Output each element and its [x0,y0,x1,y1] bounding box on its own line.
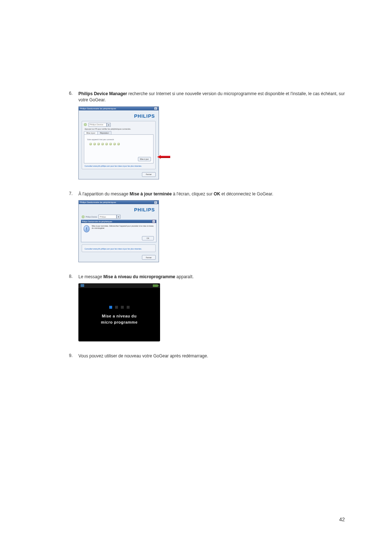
update-button[interactable]: Mise à jour [138,157,151,161]
step-6: 6. Philips Device Manager recherche sur … [69,91,348,186]
step-7: 7. À l'apparition du message Mise à jour… [69,191,348,269]
step-9-text: Vous pouvez utiliser de nouveau votre Go… [78,353,348,359]
tab-update[interactable]: Mise à jour [84,131,98,134]
progress-indicator [78,306,160,309]
chevron-down-icon[interactable]: ▾ [107,123,111,127]
close-icon[interactable]: × [152,220,155,223]
device-dropdown[interactable]: Philips [98,215,117,219]
step-num: 8. [69,274,78,279]
window-title: Philips Gestionnaire de périphériques [80,201,116,203]
dot-icon [101,143,104,145]
tab-panel: Votre appareil n'est pas connecté [84,134,154,163]
status-dot-icon [84,123,87,126]
support-link[interactable]: Consultez www.p4c.philips.com pour les m… [85,165,153,167]
step-8-text: Le message Mise à niveau du microprogram… [78,274,348,280]
step-num: 9. [69,353,78,358]
tab-repair[interactable]: Réparation [97,131,111,134]
popup-titlebar[interactable]: Philips Gestionnaire de périphériques × [81,220,156,223]
close-icon[interactable]: × [154,107,158,110]
close-button[interactable]: Fermer [142,255,156,260]
info-icon: ! [83,225,90,232]
callout-arrow-icon [157,155,170,159]
gogear-device-screen: Mise a niveau du micro programme [78,283,160,341]
device-message-line1: Mise a niveau du [78,313,160,319]
popup-title: Philips Gestionnaire de périphériques [82,220,112,223]
dot-icon [97,143,100,145]
progress-box-icon [115,306,118,309]
philips-logo: PHILIPS [79,204,159,215]
philips-device-manager-window: Philips Gestionnaire de périphériques × … [78,200,159,262]
battery-icon [153,284,158,287]
manual-page: 6. Philips Device Manager recherche sur … [0,0,392,555]
step-7-text: À l'apparition du message Mise à jour te… [78,191,348,197]
ok-button[interactable]: OK [142,236,154,240]
dot-icon [93,143,96,145]
progress-box-icon [109,306,112,309]
step-6-text: Philips Device Manager recherche sur Int… [78,91,348,104]
dot-icon [105,143,108,145]
step-num: 6. [69,91,78,96]
connection-status: Votre appareil n'est pas connecté [87,138,150,141]
window-titlebar[interactable]: Philips Gestionnaire de périphériques × [79,200,159,204]
dot-icon [117,143,120,145]
dot-icon [109,143,112,145]
close-button[interactable]: Fermer [142,172,156,177]
window-titlebar[interactable]: Philips Gestionnaire de périphériques × [79,107,159,110]
dot-icon [113,143,116,145]
playback-icon [81,284,84,287]
support-link[interactable]: Consultez www.p4c.philips.com pour les m… [85,248,153,250]
device-message-line2: micro programme [78,319,160,325]
step-9: 9. Vous pouvez utiliser de nouveau votre… [69,353,348,359]
figure-update-complete-popup: Philips Gestionnaire de périphériques × … [78,200,348,262]
philips-logo: PHILIPS [79,110,159,121]
popup-body: ! Mise à jour terminée. Débranchez l'app… [81,223,156,242]
refresh-hint: Appuyez sur F5 pour vérifier les périphé… [85,128,154,130]
close-icon[interactable]: × [154,201,158,204]
step-8: 8. Le message Mise à niveau du microprog… [69,274,348,348]
device-dropdown[interactable]: Philips Device [89,123,107,127]
window-title: Philips Gestionnaire de périphériques [80,108,116,110]
progress-box-icon [121,306,124,309]
page-number: 42 [339,516,345,522]
figure-gogear-upgrade-screen: Mise a niveau du micro programme [78,283,348,341]
status-dot-icon [82,215,85,218]
philips-device-manager-window: Philips Gestionnaire de périphériques × … [78,106,159,179]
dot-icon [89,143,92,145]
progress-dots [87,143,150,145]
step-num: 7. [69,191,78,196]
device-status-bar [78,283,160,288]
figure-device-manager-not-connected: Philips Gestionnaire de périphériques × … [78,106,348,179]
progress-box-icon [127,306,130,309]
popup-message: Mise à jour terminée. Débranchez l'appar… [92,225,154,230]
chevron-down-icon[interactable]: ▾ [117,215,121,219]
